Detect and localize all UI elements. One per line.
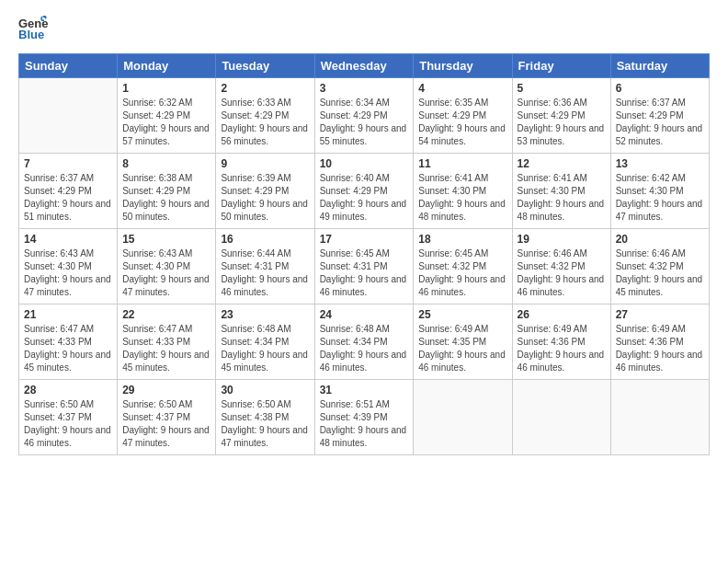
day-number: 25: [418, 308, 506, 321]
weekday-header-row: SundayMondayTuesdayWednesdayThursdayFrid…: [19, 54, 710, 78]
day-number: 2: [221, 82, 309, 95]
calendar-table: SundayMondayTuesdayWednesdayThursdayFrid…: [18, 53, 710, 455]
calendar-cell: 4Sunrise: 6:35 AMSunset: 4:29 PMDaylight…: [414, 78, 512, 154]
calendar-cell: 24Sunrise: 6:48 AMSunset: 4:34 PMDayligh…: [314, 304, 414, 380]
day-info: Sunrise: 6:43 AMSunset: 4:30 PMDaylight:…: [122, 247, 210, 299]
day-number: 14: [24, 233, 112, 246]
week-row-4: 21Sunrise: 6:47 AMSunset: 4:33 PMDayligh…: [19, 304, 710, 380]
day-info: Sunrise: 6:41 AMSunset: 4:30 PMDaylight:…: [418, 172, 506, 224]
calendar-cell: 2Sunrise: 6:33 AMSunset: 4:29 PMDaylight…: [216, 78, 314, 154]
day-number: 27: [616, 308, 704, 321]
day-number: 6: [616, 82, 704, 95]
logo: General Blue: [18, 15, 48, 44]
day-info: Sunrise: 6:50 AMSunset: 4:38 PMDaylight:…: [221, 398, 309, 450]
day-info: Sunrise: 6:34 AMSunset: 4:29 PMDaylight:…: [320, 97, 409, 148]
logo-icon: General Blue: [18, 15, 48, 44]
calendar-cell: [512, 380, 610, 455]
day-number: 15: [122, 233, 210, 246]
header: General Blue: [18, 15, 710, 44]
calendar-cell: 16Sunrise: 6:44 AMSunset: 4:31 PMDayligh…: [216, 229, 314, 304]
weekday-header-friday: Friday: [512, 54, 610, 78]
calendar-cell: [610, 380, 709, 455]
calendar-cell: 17Sunrise: 6:45 AMSunset: 4:31 PMDayligh…: [314, 229, 414, 304]
day-number: 26: [518, 308, 606, 321]
day-number: 3: [320, 82, 409, 95]
day-number: 23: [221, 308, 309, 321]
day-number: 7: [24, 157, 112, 170]
calendar-cell: 22Sunrise: 6:47 AMSunset: 4:33 PMDayligh…: [118, 304, 216, 380]
calendar-cell: 29Sunrise: 6:50 AMSunset: 4:37 PMDayligh…: [118, 380, 216, 455]
day-number: 21: [24, 308, 112, 321]
calendar-cell: 8Sunrise: 6:38 AMSunset: 4:29 PMDaylight…: [118, 154, 216, 229]
day-info: Sunrise: 6:45 AMSunset: 4:31 PMDaylight:…: [320, 247, 409, 299]
day-info: Sunrise: 6:49 AMSunset: 4:36 PMDaylight:…: [616, 323, 704, 374]
day-info: Sunrise: 6:40 AMSunset: 4:29 PMDaylight:…: [320, 172, 409, 224]
day-info: Sunrise: 6:47 AMSunset: 4:33 PMDaylight:…: [122, 323, 210, 374]
calendar-cell: 18Sunrise: 6:45 AMSunset: 4:32 PMDayligh…: [414, 229, 512, 304]
day-info: Sunrise: 6:37 AMSunset: 4:29 PMDaylight:…: [616, 97, 704, 148]
day-number: 31: [320, 384, 409, 396]
day-info: Sunrise: 6:32 AMSunset: 4:29 PMDaylight:…: [122, 97, 210, 148]
day-info: Sunrise: 6:46 AMSunset: 4:32 PMDaylight:…: [518, 247, 606, 299]
day-info: Sunrise: 6:36 AMSunset: 4:29 PMDaylight:…: [518, 97, 606, 148]
weekday-header-saturday: Saturday: [610, 54, 709, 78]
calendar-cell: 23Sunrise: 6:48 AMSunset: 4:34 PMDayligh…: [216, 304, 314, 380]
svg-text:Blue: Blue: [18, 28, 44, 40]
weekday-header-tuesday: Tuesday: [216, 54, 314, 78]
calendar-cell: 31Sunrise: 6:51 AMSunset: 4:39 PMDayligh…: [314, 380, 414, 455]
calendar-cell: 19Sunrise: 6:46 AMSunset: 4:32 PMDayligh…: [512, 229, 610, 304]
day-info: Sunrise: 6:37 AMSunset: 4:29 PMDaylight:…: [24, 172, 112, 224]
day-number: 16: [221, 233, 309, 246]
day-number: 11: [418, 157, 506, 170]
day-number: 4: [418, 82, 506, 95]
day-info: Sunrise: 6:47 AMSunset: 4:33 PMDaylight:…: [24, 323, 112, 374]
week-row-5: 28Sunrise: 6:50 AMSunset: 4:37 PMDayligh…: [19, 380, 710, 455]
calendar-cell: 30Sunrise: 6:50 AMSunset: 4:38 PMDayligh…: [216, 380, 314, 455]
calendar-cell: 5Sunrise: 6:36 AMSunset: 4:29 PMDaylight…: [512, 78, 610, 154]
calendar-cell: 14Sunrise: 6:43 AMSunset: 4:30 PMDayligh…: [19, 229, 118, 304]
calendar-cell: 7Sunrise: 6:37 AMSunset: 4:29 PMDaylight…: [19, 154, 118, 229]
week-row-2: 7Sunrise: 6:37 AMSunset: 4:29 PMDaylight…: [19, 154, 710, 229]
day-number: 5: [518, 82, 606, 95]
day-number: 8: [122, 157, 210, 170]
day-info: Sunrise: 6:38 AMSunset: 4:29 PMDaylight:…: [122, 172, 210, 224]
calendar-cell: 20Sunrise: 6:46 AMSunset: 4:32 PMDayligh…: [610, 229, 709, 304]
calendar-cell: 13Sunrise: 6:42 AMSunset: 4:30 PMDayligh…: [610, 154, 709, 229]
day-number: 1: [122, 82, 210, 95]
calendar-cell: 26Sunrise: 6:49 AMSunset: 4:36 PMDayligh…: [512, 304, 610, 380]
day-number: 19: [518, 233, 606, 246]
calendar-cell: 11Sunrise: 6:41 AMSunset: 4:30 PMDayligh…: [414, 154, 512, 229]
day-number: 13: [616, 157, 704, 170]
day-info: Sunrise: 6:49 AMSunset: 4:36 PMDaylight:…: [518, 323, 606, 374]
calendar-cell: 28Sunrise: 6:50 AMSunset: 4:37 PMDayligh…: [19, 380, 118, 455]
day-info: Sunrise: 6:50 AMSunset: 4:37 PMDaylight:…: [122, 398, 210, 450]
day-info: Sunrise: 6:41 AMSunset: 4:30 PMDaylight:…: [518, 172, 606, 224]
day-number: 17: [320, 233, 409, 246]
calendar-cell: 10Sunrise: 6:40 AMSunset: 4:29 PMDayligh…: [314, 154, 414, 229]
day-info: Sunrise: 6:33 AMSunset: 4:29 PMDaylight:…: [221, 97, 309, 148]
calendar-cell: 6Sunrise: 6:37 AMSunset: 4:29 PMDaylight…: [610, 78, 709, 154]
week-row-3: 14Sunrise: 6:43 AMSunset: 4:30 PMDayligh…: [19, 229, 710, 304]
day-info: Sunrise: 6:49 AMSunset: 4:35 PMDaylight:…: [418, 323, 506, 374]
day-info: Sunrise: 6:51 AMSunset: 4:39 PMDaylight:…: [320, 398, 409, 450]
day-number: 20: [616, 233, 704, 246]
calendar-page: General Blue SundayMondayTuesdayWednesda…: [0, 0, 728, 563]
day-info: Sunrise: 6:48 AMSunset: 4:34 PMDaylight:…: [221, 323, 309, 374]
calendar-cell: 15Sunrise: 6:43 AMSunset: 4:30 PMDayligh…: [118, 229, 216, 304]
calendar-cell: [414, 380, 512, 455]
day-number: 29: [122, 384, 210, 396]
calendar-cell: 9Sunrise: 6:39 AMSunset: 4:29 PMDaylight…: [216, 154, 314, 229]
day-info: Sunrise: 6:48 AMSunset: 4:34 PMDaylight:…: [320, 323, 409, 374]
day-info: Sunrise: 6:43 AMSunset: 4:30 PMDaylight:…: [24, 247, 112, 299]
calendar-cell: 25Sunrise: 6:49 AMSunset: 4:35 PMDayligh…: [414, 304, 512, 380]
week-row-1: 1Sunrise: 6:32 AMSunset: 4:29 PMDaylight…: [19, 78, 710, 154]
day-number: 24: [320, 308, 409, 321]
day-info: Sunrise: 6:35 AMSunset: 4:29 PMDaylight:…: [418, 97, 506, 148]
day-number: 18: [418, 233, 506, 246]
calendar-cell: [19, 78, 118, 154]
day-number: 12: [518, 157, 606, 170]
day-info: Sunrise: 6:50 AMSunset: 4:37 PMDaylight:…: [24, 398, 112, 450]
calendar-cell: 3Sunrise: 6:34 AMSunset: 4:29 PMDaylight…: [314, 78, 414, 154]
day-number: 30: [221, 384, 309, 396]
weekday-header-sunday: Sunday: [19, 54, 118, 78]
